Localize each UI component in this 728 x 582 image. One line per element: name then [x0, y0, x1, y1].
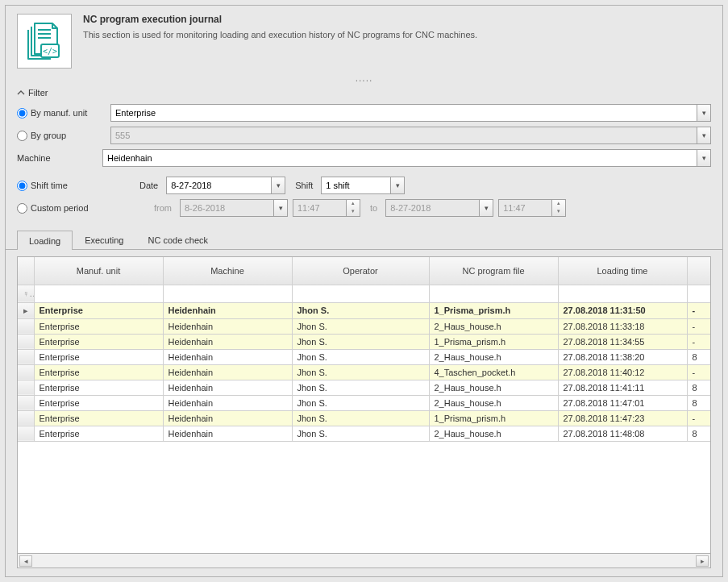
grid-cell: 1_Prisma_prism.h	[429, 410, 558, 426]
input-group	[110, 127, 697, 144]
spinner-from-time: ▴▾	[346, 199, 360, 217]
grid-col-header[interactable]: Manuf. unit	[34, 257, 163, 285]
label-shift-time[interactable]: Shift time	[31, 181, 68, 190]
grid-col-header[interactable]: NC program file	[429, 257, 558, 285]
tab-nc-code-check[interactable]: NC code check	[135, 230, 220, 249]
radio-by-manuf-unit[interactable]	[17, 108, 27, 118]
grid-filter-cell[interactable]	[292, 285, 429, 302]
combo-machine: ▾	[102, 149, 711, 167]
grid-filter-cell[interactable]	[163, 285, 292, 302]
grid-cell: Jhon S.	[292, 318, 429, 334]
grid-cell: 8	[687, 426, 711, 441]
grid-cell: Jhon S.	[292, 380, 429, 395]
filter-header-label: Filter	[28, 88, 48, 98]
table-row[interactable]: EnterpriseHeidenhainJhon S.2_Haus_house.…	[18, 426, 711, 441]
grid-cell: 27.08.2018 11:47:01	[558, 395, 687, 410]
grid-cell: 27.08.2018 11:34:55	[558, 334, 687, 349]
scroll-left-arrow[interactable]: ◂	[19, 555, 32, 567]
grid-cell: Jhon S.	[292, 410, 429, 426]
grid-cell: Enterprise	[34, 318, 163, 334]
grid-cell: Enterprise	[34, 349, 163, 364]
table-row[interactable]: EnterpriseHeidenhainJhon S.1_Prisma_pris…	[18, 334, 711, 349]
grid-cell: Enterprise	[34, 364, 163, 380]
grid-cell: Enterprise	[34, 395, 163, 410]
grid-filter-cell[interactable]	[558, 285, 687, 302]
row-indicator: ▸	[18, 302, 34, 318]
grid-cell: 27.08.2018 11:33:18	[558, 318, 687, 334]
grid-col-header[interactable]: Machine	[163, 257, 292, 285]
input-date[interactable]	[166, 177, 271, 194]
combo-manuf-unit: ▾	[110, 104, 711, 122]
grid-cell: 2_Haus_house.h	[429, 395, 558, 410]
grid-body: ▸EnterpriseHeidenhainJhon S.1_Prisma_pri…	[18, 302, 711, 441]
row-indicator	[18, 395, 34, 410]
grid-filter-cell[interactable]	[687, 285, 711, 302]
input-manuf-unit[interactable]	[110, 104, 697, 122]
grid-cell: 2_Haus_house.h	[429, 318, 558, 334]
grid-cell: 8	[687, 395, 711, 410]
dropdown-button-manuf-unit[interactable]: ▾	[697, 104, 711, 122]
table-row[interactable]: EnterpriseHeidenhainJhon S.2_Haus_house.…	[18, 349, 711, 364]
grid-col-header[interactable]	[687, 257, 711, 285]
grid-cell: 2_Haus_house.h	[429, 426, 558, 441]
label-by-manuf-unit[interactable]: By manuf. unit	[31, 108, 87, 118]
table-row[interactable]: ▸EnterpriseHeidenhainJhon S.1_Prisma_pri…	[18, 302, 711, 318]
grid-cell: Heidenhain	[163, 318, 292, 334]
table-row[interactable]: EnterpriseHeidenhainJhon S.4_Taschen_poc…	[18, 364, 711, 380]
dropdown-button-from-date: ▾	[273, 199, 288, 217]
grid-col-header[interactable]: Operator	[292, 257, 429, 285]
table-row[interactable]: EnterpriseHeidenhainJhon S.2_Haus_house.…	[18, 395, 711, 410]
tab-executing[interactable]: Executing	[73, 230, 135, 249]
scroll-right-arrow[interactable]: ▸	[696, 555, 709, 567]
row-indicator	[18, 349, 34, 364]
radio-custom-period[interactable]	[17, 203, 27, 214]
grid-cell: 27.08.2018 11:31:50	[558, 302, 687, 318]
label-from: from	[154, 203, 172, 213]
grid-cell: Heidenhain	[163, 302, 292, 318]
grid-col-header[interactable]: Loading time	[558, 257, 687, 285]
filter-row-machine: Machine ▾	[17, 149, 711, 167]
horizontal-scrollbar[interactable]: ◂ ▸	[18, 553, 710, 567]
input-machine[interactable]	[102, 149, 697, 167]
data-grid: Manuf. unitMachineOperatorNC program fil…	[17, 256, 711, 568]
row-indicator	[18, 318, 34, 334]
label-machine: Machine	[17, 153, 98, 163]
journal-doc-icon: </>	[22, 19, 67, 64]
radio-by-group[interactable]	[17, 131, 27, 141]
grid-filter-cell[interactable]	[34, 285, 163, 302]
filter-header-toggle[interactable]: Filter	[17, 88, 711, 98]
tab-loading[interactable]: Loading	[17, 231, 73, 250]
input-to-date	[385, 199, 479, 217]
dropdown-button-machine[interactable]: ▾	[697, 149, 711, 167]
grid-col-indicator	[18, 257, 34, 285]
grid-cell: -	[687, 364, 711, 380]
filter-row-shift-time: Shift time Date ▾ Shift ▾	[17, 177, 711, 194]
grid-filter-cell[interactable]	[429, 285, 558, 302]
grid-cell: -	[687, 334, 711, 349]
grid-cell: Jhon S.	[292, 426, 429, 441]
table-row[interactable]: EnterpriseHeidenhainJhon S.2_Haus_house.…	[18, 318, 711, 334]
svg-text:</>: </>	[43, 47, 57, 56]
grid-cell: 1_Prisma_prism.h	[429, 334, 558, 349]
input-from-date	[180, 199, 273, 217]
dropdown-button-shift[interactable]: ▾	[390, 177, 405, 194]
dropdown-button-date[interactable]: ▾	[271, 177, 285, 194]
grid-cell: Heidenhain	[163, 349, 292, 364]
label-custom-period[interactable]: Custom period	[31, 203, 89, 213]
grid-table: Manuf. unitMachineOperatorNC program fil…	[18, 257, 711, 442]
header: </> NC program execution journal This se…	[6, 6, 722, 75]
table-row[interactable]: EnterpriseHeidenhainJhon S.2_Haus_house.…	[18, 380, 711, 395]
radio-shift-time[interactable]	[17, 181, 27, 191]
label-by-group[interactable]: By group	[31, 131, 66, 140]
row-indicator	[18, 380, 34, 395]
grid-cell: 27.08.2018 11:47:23	[558, 410, 687, 426]
table-row[interactable]: EnterpriseHeidenhainJhon S.1_Prisma_pris…	[18, 410, 711, 426]
grid-cell: -	[687, 318, 711, 334]
grid-cell: Jhon S.	[292, 349, 429, 364]
input-shift[interactable]	[321, 177, 390, 194]
grid-cell: Enterprise	[34, 334, 163, 349]
splitter-handle[interactable]: .....	[6, 75, 722, 85]
filter-row-indicator-icon[interactable]: ♀	[18, 285, 34, 302]
label-to: to	[370, 203, 377, 213]
grid-cell: 2_Haus_house.h	[429, 349, 558, 364]
